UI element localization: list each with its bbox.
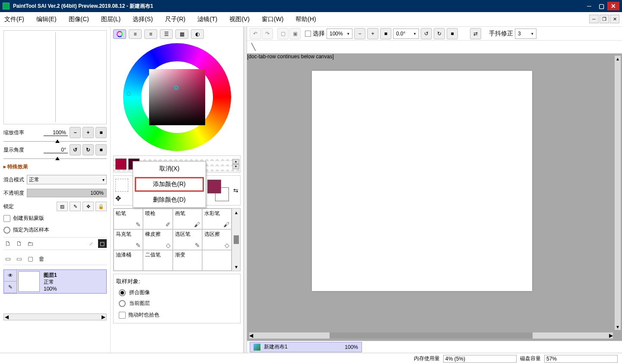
menu-filter[interactable]: 滤镜(T) bbox=[197, 16, 217, 23]
panel-divider[interactable] bbox=[244, 27, 247, 353]
radio-merged[interactable]: 拼合图像 bbox=[115, 287, 238, 298]
menu-file[interactable]: 文件(F) bbox=[4, 16, 24, 23]
selection-source-checkbox[interactable]: 指定为选区样本 bbox=[3, 226, 107, 234]
clipping-mask-checkbox[interactable]: 创建剪贴蒙版 bbox=[3, 215, 107, 222]
color-square[interactable] bbox=[149, 69, 205, 125]
mask-icon[interactable]: ◻ bbox=[98, 239, 107, 248]
canvas-zoom-fit-button[interactable]: ■ bbox=[380, 28, 391, 39]
brush-selpen[interactable]: 选区笔✎ bbox=[173, 229, 202, 250]
layer-item[interactable]: 👁 ✎ 图层1 正常 100% bbox=[3, 269, 107, 294]
menu-window[interactable]: 窗口(W) bbox=[262, 16, 284, 23]
delete-layer-icon[interactable]: 🗑 bbox=[37, 254, 46, 263]
doc-minimize-button[interactable]: ─ bbox=[589, 15, 599, 23]
horizontal-scrollbar[interactable]: ◀▶ bbox=[249, 332, 613, 339]
brush-brush[interactable]: 画笔🖌 bbox=[173, 209, 202, 229]
swatch-item[interactable] bbox=[115, 158, 127, 170]
brush-seleraser[interactable]: 选区擦◇ bbox=[202, 229, 232, 250]
deselect-button[interactable]: ▢ bbox=[277, 28, 289, 39]
swap-colors-icon[interactable]: ⇆ bbox=[233, 187, 238, 194]
canvas-zoom-out-button[interactable]: − bbox=[354, 28, 365, 39]
transfer-down-icon[interactable]: ⟋ bbox=[87, 239, 95, 248]
brush-marker[interactable]: 马克笔✎ bbox=[114, 229, 143, 250]
canvas-rotate-ccw-button[interactable]: ↺ bbox=[421, 28, 432, 39]
layer-thumbnail[interactable] bbox=[18, 271, 40, 292]
visibility-icon[interactable]: 👁 bbox=[4, 270, 16, 282]
maximize-button[interactable]: ▢ bbox=[595, 2, 607, 10]
foreground-color[interactable] bbox=[207, 180, 221, 193]
angle-value[interactable]: 0° bbox=[44, 147, 68, 153]
document-tab[interactable]: 新建画布1 100% bbox=[250, 342, 362, 352]
menu-image[interactable]: 图像(C) bbox=[69, 16, 89, 23]
canvas[interactable] bbox=[312, 71, 532, 291]
canvas-area[interactable]: [doc-tab-row continues below canvas] ▴▾ … bbox=[247, 54, 622, 341]
doc-restore-button[interactable]: ❐ bbox=[600, 15, 609, 23]
swatch-up-button[interactable]: ▴ bbox=[232, 159, 239, 164]
context-delete-color[interactable]: 删除颜色(D) bbox=[133, 193, 206, 207]
brush-airbrush[interactable]: 喷枪✐ bbox=[143, 209, 172, 229]
menu-ruler[interactable]: 尺子(R) bbox=[165, 16, 185, 23]
brush-eraser[interactable]: 橡皮擦◇ bbox=[143, 229, 172, 250]
zoom-in-button[interactable]: + bbox=[83, 127, 94, 138]
swatch-down-button[interactable]: ▾ bbox=[232, 164, 239, 169]
new-layer-icon[interactable]: 🗋 bbox=[3, 239, 12, 248]
undo-button[interactable]: ↶ bbox=[250, 28, 261, 39]
context-cancel[interactable]: 取消(X) bbox=[133, 161, 206, 176]
menu-layer[interactable]: 图层(L) bbox=[101, 16, 121, 23]
brush-scrollbar[interactable]: ▴▾ bbox=[232, 209, 240, 271]
rotate-cw-button[interactable]: ↻ bbox=[83, 144, 94, 155]
menu-edit[interactable]: 编辑(E) bbox=[36, 16, 57, 23]
blend-mode-dropdown[interactable]: 正常▾ bbox=[27, 175, 107, 184]
fg-bg-color[interactable] bbox=[207, 180, 229, 201]
opacity-slider[interactable]: 100% bbox=[27, 189, 107, 197]
layer-scrollbar[interactable]: ◀▶ bbox=[3, 313, 107, 320]
angle-input[interactable]: 0.0°▾ bbox=[393, 28, 419, 39]
rotate-ccw-button[interactable]: ↺ bbox=[70, 144, 81, 155]
rgb-bars-tab[interactable]: ≡ bbox=[129, 29, 142, 39]
brush-pencil[interactable]: 铅笔✎ bbox=[114, 209, 143, 229]
context-add-color[interactable]: 添加颜色(R) bbox=[135, 177, 204, 192]
redo-button[interactable]: ↷ bbox=[262, 28, 273, 39]
select-checkbox[interactable] bbox=[305, 31, 311, 37]
move-tool-icon[interactable]: ✥ bbox=[115, 194, 128, 203]
lock-move-button[interactable]: ✥ bbox=[83, 202, 94, 211]
swatches-tab[interactable]: ▦ bbox=[175, 29, 188, 39]
canvas-rotate-cw-button[interactable]: ↻ bbox=[434, 28, 445, 39]
menu-help[interactable]: 帮助(H) bbox=[295, 16, 316, 23]
scratchpad-tab[interactable]: ◐ bbox=[191, 29, 204, 39]
zoom-reset-button[interactable]: ■ bbox=[95, 127, 107, 138]
lock-paint-button[interactable]: ✎ bbox=[70, 202, 81, 211]
line-tool-icon[interactable]: ╲ bbox=[251, 43, 256, 51]
color-picker-dot[interactable] bbox=[174, 85, 178, 90]
new-folder-icon[interactable]: 🗀 bbox=[26, 239, 35, 248]
effects-header[interactable]: ▸ 特殊效果 bbox=[3, 161, 107, 172]
invert-button[interactable]: ▣ bbox=[289, 28, 301, 39]
rotate-reset-button[interactable]: ■ bbox=[95, 144, 107, 155]
hue-picker-dot[interactable] bbox=[127, 92, 131, 96]
new-linework-layer-icon[interactable]: 🗋 bbox=[15, 239, 23, 248]
selection-tool-icon[interactable] bbox=[115, 179, 128, 192]
flatten-icon[interactable]: ▭ bbox=[15, 254, 23, 263]
lock-pixels-button[interactable]: ▨ bbox=[57, 202, 68, 211]
color-wheel[interactable] bbox=[123, 43, 231, 151]
stabilizer-input[interactable]: 3▾ bbox=[515, 28, 536, 39]
minimize-button[interactable]: ─ bbox=[583, 2, 595, 10]
brush-binary[interactable]: 二值笔 bbox=[143, 250, 172, 271]
lock-all-button[interactable]: 🔒 bbox=[95, 202, 107, 211]
navigator-preview[interactable] bbox=[3, 30, 107, 124]
drag-pick-checkbox[interactable]: 拖动时也拾色 bbox=[115, 310, 238, 320]
menu-select[interactable]: 选择(S) bbox=[133, 16, 153, 23]
brush-gradient[interactable]: 渐变 bbox=[173, 250, 202, 271]
vertical-scrollbar[interactable]: ▴▾ bbox=[614, 55, 621, 330]
canvas-zoom-in-button[interactable]: + bbox=[367, 28, 378, 39]
color-wheel-tab[interactable] bbox=[113, 29, 126, 39]
gray-tab[interactable]: ☰ bbox=[160, 29, 173, 39]
edit-icon[interactable]: ✎ bbox=[4, 282, 16, 293]
zoom-input[interactable]: 100%▾ bbox=[327, 28, 352, 39]
hsv-bars-tab[interactable]: ≡ bbox=[144, 29, 157, 39]
zoom-value[interactable]: 100% bbox=[44, 130, 68, 136]
zoom-out-button[interactable]: − bbox=[70, 127, 81, 138]
canvas-rotate-reset-button[interactable]: ■ bbox=[447, 28, 458, 39]
flip-button[interactable]: ⇄ bbox=[470, 28, 481, 39]
brush-watercolor[interactable]: 水彩笔🖌 bbox=[202, 209, 232, 229]
clear-layer-icon[interactable]: ▢ bbox=[26, 254, 35, 263]
